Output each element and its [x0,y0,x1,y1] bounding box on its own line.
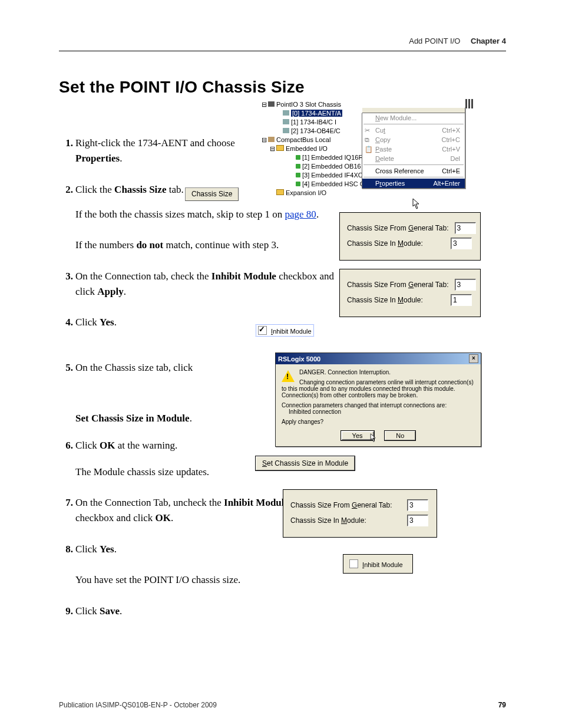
step-text: Click Yes. [75,317,117,328]
inhibit-module-checked-figure: Inhibit Module [256,324,314,337]
cs-module-value[interactable] [451,238,472,249]
dialog-line-6: Apply changes? [282,419,475,425]
inhibit-module-label: Inhibit Module [271,328,312,335]
step-text: Click Yes. [75,543,117,555]
cs-module-label: Chassis Size In Module: [290,516,366,525]
dialog-line-2: Changing connection parameters online wi… [282,379,475,392]
step-number: 8. [59,542,73,557]
step-text: On the Connection Tab, uncheck the Inhib… [75,497,289,523]
step-number: 2. [59,182,73,197]
page: Add POINT I/O Chapter 4 Set the POINT I/… [0,0,562,728]
cs-general-value[interactable] [455,279,476,291]
section-title: Add POINT I/O [409,37,460,45]
rslogix-warning-dialog: RSLogix 5000 × DANGER. Connection Interr… [275,353,481,447]
ctx-item-paste[interactable]: 📋 PasteCtrl+V [362,144,465,154]
ctx-item-cross-reference[interactable]: Cross ReferenceCtrl+E [362,166,465,176]
cs-general-label: Chassis Size From General Tab: [290,501,392,509]
step-number: 6. [59,438,73,453]
step-number: 9. [59,604,73,619]
ctx-item-new-module[interactable]: NNew Module...ew Module... [362,113,465,123]
paste-icon: 📋 [365,146,372,153]
dialog-line-3: Connection(s) from other controllers may… [282,392,475,398]
step-number: 3. [59,269,73,284]
chapter-label: Chapter 4 [471,37,506,45]
step-number: 7. [59,495,73,510]
ctx-item-properties[interactable]: PropertiesAlt+Enter [362,179,465,188]
step-text: Click the Chassis Size tab. [75,184,184,195]
cursor-icon [370,433,377,443]
cs-module-label: Chassis Size In Module: [347,296,423,304]
inhibit-module-checkbox[interactable] [349,559,358,568]
step-text: On the Connection tab, check the Inhibit… [75,271,334,297]
cs-general-label: Chassis Size From General Tab: [347,281,449,289]
inhibit-module-label: Inhibit Module [362,561,403,568]
tree-selected-item[interactable]: [0] 1734-AENT/A [291,110,342,117]
step2-sub-b: If the numbers do not match, continue wi… [59,238,346,253]
dialog-title: RSLogix 5000 [278,355,320,363]
step2-sub-a: If the both the chassis sizes match, ski… [59,207,323,222]
inhibit-module-unchecked-figure: Inhibit Module [343,554,413,574]
cs-general-value[interactable] [407,499,428,511]
step-text: Click OK at the warning. [75,440,177,451]
cs-module-value[interactable] [451,294,472,306]
step-number: 1. [59,136,73,151]
cursor-icon [412,198,421,209]
inhibit-module-checkbox[interactable] [258,326,267,335]
page-heading: Set the POINT I/O Chassis Size [59,78,305,97]
step8-sub: You have set the POINT I/O chassis size. [59,572,507,588]
dialog-line-1: DANGER. Connection Interruption. [282,369,475,375]
cs-general-label: Chassis Size From General Tab: [347,224,449,232]
step-number: 4. [59,315,73,330]
dialog-close-button[interactable]: × [469,354,478,363]
dialog-line-5: Inhibited connection [289,409,475,415]
io-tree-figure: ⊟PointIO 3 Slot Chassis [0] 1734-AENT/A … [262,100,368,197]
chassis-size-tab[interactable]: Chassis Size [185,187,239,201]
header-rule [59,51,506,51]
cs-module-label: Chassis Size In Module: [347,239,423,248]
ctx-item-delete[interactable]: DeleteDel [362,154,465,163]
cut-icon: ✂ [365,127,372,134]
ctx-item-copy[interactable]: ⧉ CopyCtrl+C [362,135,465,144]
chassis-size-panel-match: Chassis Size From General Tab: Chassis S… [339,212,481,261]
context-menu-figure: NNew Module...ew Module... ✂ CutCtrl+X ⧉… [362,107,465,189]
dialog-yes-button[interactable]: Yes [341,431,374,440]
chassis-size-panel-updated: Chassis Size From General Tab: Chassis S… [283,489,437,538]
cs-general-value[interactable] [455,222,476,234]
chassis-size-panel-mismatch: Chassis Size From General Tab: Chassis S… [339,269,481,317]
step-number: 5. [59,360,73,375]
copy-icon: ⧉ [365,136,372,144]
step-text: Right-click the 1734-AENT and choose Pro… [75,137,235,164]
set-chassis-size-button-figure: Set Chassis Size in Module [256,456,355,470]
step-text: On the Chassis size tab, click [75,362,193,373]
chassis-size-tab-figure: Chassis Size [185,190,239,198]
page-link-80[interactable]: page 80 [285,209,316,220]
toolbar-grip-icon [465,99,473,108]
publication-footer: Publication IASIMP-QS010B-EN-P - October… [59,701,217,709]
set-chassis-size-button[interactable]: Set Chassis Size in Module [256,456,355,470]
cs-module-value[interactable] [407,515,428,526]
ctx-item-cut[interactable]: ✂ CutCtrl+X [362,126,465,135]
dialog-no-button[interactable]: No [385,431,415,440]
dialog-line-4: Connection parameters changed that inter… [282,402,475,409]
running-header: Add POINT I/O Chapter 4 [409,37,506,45]
step-text: Click Save. [75,605,122,617]
page-number: 79 [498,701,506,709]
